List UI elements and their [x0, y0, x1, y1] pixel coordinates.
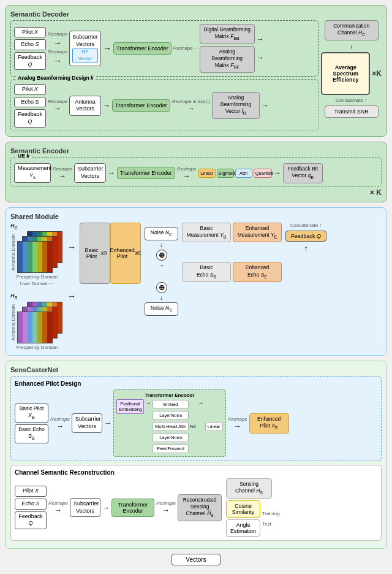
enhanced-measurement: EnhancedMeasurement YE [233, 223, 282, 243]
enhanced-pilot-design-label: Enhanced Pilot Design [15, 380, 377, 387]
arrow-enc-1: → [108, 169, 115, 177]
semantic-encoder-title: Semantic Encoder [10, 147, 382, 155]
arrow-down-noise-s: ↓ [160, 294, 163, 301]
ue-k-label: UE k [16, 153, 31, 159]
section-senscaster: SensCasterNet Enhanced Pilot Design Basi… [5, 361, 387, 549]
feedback-q-box: Feedback Q [285, 231, 326, 242]
sensing-channel-hs: Sensing Channel HS [226, 478, 272, 499]
arrow-csr-1: → [102, 503, 110, 512]
transmit-snr-box: Transmit SNR [325, 105, 379, 118]
n-times-label: N× [190, 424, 196, 429]
embed-box: Embed [153, 400, 189, 409]
hc-label: HC [10, 223, 18, 231]
measurement-row: BasicMeasurement YB EnhancedMeasurement … [182, 223, 282, 243]
avg-spectrum-box: Average Spectrum Efficiency [321, 52, 370, 95]
feedback-bit-vector: Feedback Bit Vector qE [283, 163, 323, 183]
quantize-box: Quantize [254, 169, 272, 178]
basic-echo: BasicEcho SB [182, 262, 231, 282]
vectors-bottom-section: Vectors [0, 554, 392, 565]
subcarrier-vectors-upper: Subcarrier Vectors RF Vector [69, 31, 101, 66]
epd-input-group: Basic Pilot XB Basic Echo SB [15, 404, 48, 443]
transformer-encoder-csr: Transformer Encoder [111, 499, 154, 517]
linear-final: Linear [205, 422, 223, 431]
reshape-label-1: Reshape [48, 31, 67, 37]
decoder-input-group-lower: Pilot X Echo S Feedback Q [14, 84, 46, 128]
arrow-epd-1: → [104, 419, 111, 427]
hs-section: HS Antenna Domain [10, 293, 64, 350]
freq-domain-label-hc: Frequency Domain [17, 274, 58, 280]
hs-label: HS [10, 293, 18, 300]
arrow-antenna: → [103, 101, 110, 110]
feedback-q-upper: Feedback Q [14, 52, 46, 70]
senscaster-title: SensCasterNet [10, 366, 382, 373]
echo-s-upper: Echo S [14, 39, 46, 50]
reshape-exp-label: Reshape & exp(.) [172, 99, 210, 104]
basic-pilot-xb-box: Basic Pilot XB [80, 223, 110, 284]
attention-box: Attn [235, 169, 252, 178]
hs-heatmap [17, 302, 64, 343]
hc-heatmap [17, 231, 64, 273]
shared-module-title: Shared Module [10, 213, 382, 220]
analog-beamforming-matrix: Analog BeamformingMatrix FRF [200, 46, 255, 73]
antenna-vectors: Antenna Vectors [69, 96, 101, 116]
arrow-right-nc: → [159, 262, 165, 269]
pilot-boxes-center: Basic Pilot XB Enhanced Pilot XE [80, 223, 141, 284]
subcarrier-vectors-epd: Subcarrier Vectors [72, 413, 102, 432]
section-semantic-encoder: Semantic Encoder UE k Measurement Yk Res… [5, 142, 387, 202]
angle-estimation-box: AngleEstimation [226, 519, 260, 537]
feedback-q-lower: Feedback Q [14, 109, 46, 127]
enhanced-pilot-xe-box: Enhanced Pilot XE [110, 223, 141, 284]
concatenate-label-shared: Concatenate ↑ [290, 223, 322, 228]
training-label: Training [262, 511, 280, 516]
arrow-n: → [198, 399, 204, 406]
arrow-pos: → [145, 399, 151, 406]
basic-measurement: BasicMeasurement YB [182, 223, 231, 243]
transformer-encoder-encoder: Transformer Encoder [117, 167, 175, 179]
hc-layer3 [17, 241, 53, 273]
arrow-down-noise-c: ↓ [160, 242, 163, 248]
arrow-1: → [103, 44, 111, 53]
linear-box: Linear [198, 169, 216, 178]
basic-echo-sb-input: Basic Echo SB [15, 424, 48, 443]
subcarrier-vectors-csr: Subcarrier Vectors [70, 498, 100, 517]
pilot-x-csr: Pilot X [15, 486, 47, 497]
reconstructed-sensing-channel: Reconstructed Sensing Channel H̃S [178, 494, 222, 521]
matrix-arrows: → → [67, 223, 76, 321]
echo-s-lower: Echo S [14, 97, 46, 108]
encoder-processing-steps: Linear Sigmoid Attn Quantize [198, 169, 272, 178]
arrow-enc-2: → [274, 169, 281, 177]
enhanced-echo: EnhancedEcho SE [233, 262, 282, 282]
reshape-label-2: Reshape [48, 49, 67, 55]
ue-k-box: UE k Measurement Yk Reshape → Subcarrier… [10, 157, 382, 187]
echo-s-csr: Echo S [15, 499, 47, 510]
rf-vector-label: RF Vector [72, 48, 98, 63]
basic-pilot-xb-input: Basic Pilot XB [15, 404, 48, 423]
analog-beamforming-design-box: Analog Beamforming Design k Pilot X Echo… [10, 79, 318, 131]
channel-semantic-label: Channel Semantic Reconstruction [15, 469, 377, 476]
freq-domain-label-hs: Frequency Domain [17, 345, 58, 350]
plus-circle-top: ⊕ [156, 250, 167, 261]
sigmoid-box: Sigmoid [217, 169, 234, 178]
transformer-encoder-lower: Transformer Encoder [112, 99, 170, 112]
plus-circle-bottom: ⊕ [156, 282, 167, 293]
feedback-q-csr: Feedback Q [15, 511, 47, 529]
channel-matrices: HC Antenna Domain [10, 223, 64, 351]
measurement-yk: Measurement Yk [14, 163, 51, 182]
analog-beamforming-vector: Analog BeamformingVector fR [212, 92, 260, 119]
hs-layer3 [17, 312, 53, 343]
reshape-lower-1: Reshape [48, 99, 67, 104]
noise-section: Noise NC ↓ ⊕ → ⊕ ↓ Noise NS [145, 223, 178, 321]
test-label: Test [262, 521, 280, 527]
antenna-domain-label-hs: Antenna Domain [10, 304, 16, 341]
transformer-encoder-epd: Transformer Encoder PositionalEmbedding … [113, 389, 226, 457]
arrow-abf: → [262, 101, 269, 110]
transformer-encoder-upper: Transformer Encoder [113, 42, 172, 55]
pilot-x-lower: Pilot X [14, 84, 46, 95]
communication-channel: CommunicationChannel HC [325, 20, 379, 40]
feedback-section: Concatenate ↑ Feedback Q ↑ [285, 223, 326, 253]
layernorm-1: LayerNorm [153, 411, 189, 420]
arrow-up-feedback: ↑ [304, 244, 308, 253]
transformer-encoder-epd-label: Transformer Encoder [116, 392, 223, 398]
sensing-evaluation: Sensing Channel HS CosineSimilarity Angl… [226, 478, 280, 537]
k-badge-encoder: × K [370, 188, 382, 197]
